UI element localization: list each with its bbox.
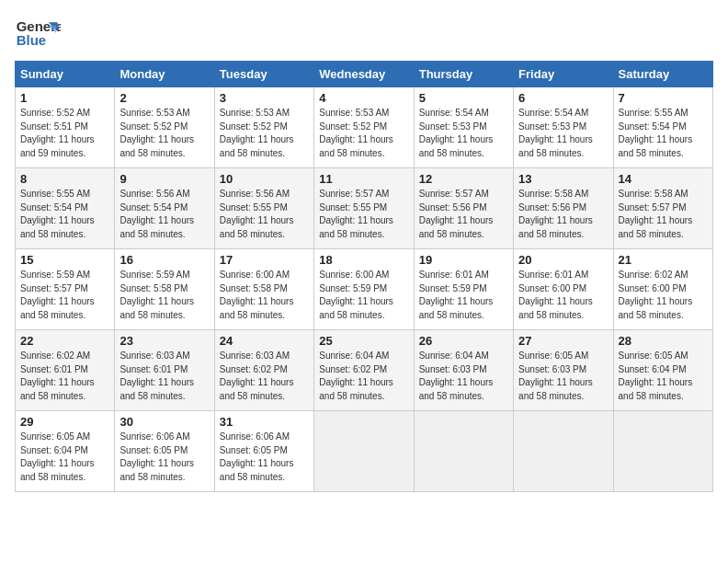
day-info: Sunrise: 5:54 AMSunset: 5:53 PMDaylight:…	[518, 107, 608, 160]
calendar-cell: 26Sunrise: 6:04 AMSunset: 6:03 PMDayligh…	[414, 330, 513, 411]
day-info: Sunrise: 5:53 AMSunset: 5:52 PMDaylight:…	[220, 107, 309, 160]
calendar-week-row: 22Sunrise: 6:02 AMSunset: 6:01 PMDayligh…	[16, 330, 713, 411]
day-number: 5	[419, 91, 508, 105]
day-number: 25	[319, 334, 408, 348]
day-number: 1	[20, 91, 109, 105]
day-header-tuesday: Tuesday	[214, 62, 313, 87]
day-number: 23	[119, 334, 209, 348]
calendar-cell	[514, 411, 613, 492]
day-number: 7	[619, 91, 708, 105]
calendar-cell: 7Sunrise: 5:55 AMSunset: 5:54 PMDaylight…	[613, 87, 712, 168]
calendar-cell: 1Sunrise: 5:52 AMSunset: 5:51 PMDaylight…	[16, 87, 115, 168]
day-header-monday: Monday	[115, 62, 214, 87]
day-info: Sunrise: 6:05 AMSunset: 6:04 PMDaylight:…	[20, 431, 109, 484]
day-number: 29	[20, 415, 109, 429]
day-info: Sunrise: 6:04 AMSunset: 6:03 PMDaylight:…	[419, 350, 508, 403]
calendar-cell: 30Sunrise: 6:06 AMSunset: 6:05 PMDayligh…	[115, 411, 214, 492]
day-info: Sunrise: 5:56 AMSunset: 5:54 PMDaylight:…	[119, 188, 209, 241]
day-info: Sunrise: 6:05 AMSunset: 6:03 PMDaylight:…	[518, 350, 608, 403]
calendar-cell: 18Sunrise: 6:00 AMSunset: 5:59 PMDayligh…	[314, 249, 414, 330]
svg-text:Blue: Blue	[17, 32, 47, 48]
calendar-cell: 6Sunrise: 5:54 AMSunset: 5:53 PMDaylight…	[514, 87, 613, 168]
day-number: 21	[619, 253, 708, 267]
day-info: Sunrise: 6:06 AMSunset: 6:05 PMDaylight:…	[119, 431, 209, 484]
calendar-cell: 22Sunrise: 6:02 AMSunset: 6:01 PMDayligh…	[16, 330, 115, 411]
day-number: 3	[220, 91, 309, 105]
logo: General Blue	[15, 15, 61, 52]
calendar-cell: 19Sunrise: 6:01 AMSunset: 5:59 PMDayligh…	[414, 249, 513, 330]
calendar-header-row: SundayMondayTuesdayWednesdayThursdayFrid…	[16, 62, 713, 87]
day-info: Sunrise: 6:01 AMSunset: 6:00 PMDaylight:…	[518, 269, 608, 322]
day-header-wednesday: Wednesday	[314, 62, 414, 87]
calendar-cell: 5Sunrise: 5:54 AMSunset: 5:53 PMDaylight…	[414, 87, 513, 168]
day-number: 14	[619, 172, 708, 186]
day-number: 17	[220, 253, 309, 267]
day-number: 27	[518, 334, 608, 348]
day-number: 30	[119, 415, 209, 429]
day-number: 4	[319, 91, 408, 105]
calendar-cell: 23Sunrise: 6:03 AMSunset: 6:01 PMDayligh…	[115, 330, 214, 411]
day-number: 6	[518, 91, 608, 105]
day-number: 11	[319, 172, 408, 186]
calendar-cell: 14Sunrise: 5:58 AMSunset: 5:57 PMDayligh…	[613, 168, 712, 249]
calendar-cell: 4Sunrise: 5:53 AMSunset: 5:52 PMDaylight…	[314, 87, 414, 168]
day-info: Sunrise: 5:59 AMSunset: 5:57 PMDaylight:…	[20, 269, 109, 322]
day-info: Sunrise: 5:56 AMSunset: 5:55 PMDaylight:…	[220, 188, 309, 241]
day-info: Sunrise: 6:05 AMSunset: 6:04 PMDaylight:…	[619, 350, 708, 403]
day-info: Sunrise: 5:57 AMSunset: 5:56 PMDaylight:…	[419, 188, 508, 241]
calendar-cell: 24Sunrise: 6:03 AMSunset: 6:02 PMDayligh…	[214, 330, 313, 411]
calendar-cell: 29Sunrise: 6:05 AMSunset: 6:04 PMDayligh…	[16, 411, 115, 492]
day-header-saturday: Saturday	[613, 62, 712, 87]
calendar-cell	[613, 411, 712, 492]
calendar-cell: 3Sunrise: 5:53 AMSunset: 5:52 PMDaylight…	[214, 87, 313, 168]
day-info: Sunrise: 6:03 AMSunset: 6:01 PMDaylight:…	[119, 350, 209, 403]
calendar-cell: 12Sunrise: 5:57 AMSunset: 5:56 PMDayligh…	[414, 168, 513, 249]
calendar-cell: 31Sunrise: 6:06 AMSunset: 6:05 PMDayligh…	[214, 411, 313, 492]
day-number: 22	[20, 334, 109, 348]
day-number: 28	[619, 334, 708, 348]
day-info: Sunrise: 6:00 AMSunset: 5:58 PMDaylight:…	[220, 269, 309, 322]
day-info: Sunrise: 5:54 AMSunset: 5:53 PMDaylight:…	[419, 107, 508, 160]
calendar-cell: 17Sunrise: 6:00 AMSunset: 5:58 PMDayligh…	[214, 249, 313, 330]
calendar-cell: 15Sunrise: 5:59 AMSunset: 5:57 PMDayligh…	[16, 249, 115, 330]
calendar-cell: 27Sunrise: 6:05 AMSunset: 6:03 PMDayligh…	[514, 330, 613, 411]
calendar-cell: 10Sunrise: 5:56 AMSunset: 5:55 PMDayligh…	[214, 168, 313, 249]
day-number: 15	[20, 253, 109, 267]
day-info: Sunrise: 6:00 AMSunset: 5:59 PMDaylight:…	[319, 269, 408, 322]
day-info: Sunrise: 5:53 AMSunset: 5:52 PMDaylight:…	[119, 107, 209, 160]
day-info: Sunrise: 6:02 AMSunset: 6:01 PMDaylight:…	[20, 350, 109, 403]
day-info: Sunrise: 5:58 AMSunset: 5:57 PMDaylight:…	[619, 188, 708, 241]
calendar-week-row: 8Sunrise: 5:55 AMSunset: 5:54 PMDaylight…	[16, 168, 713, 249]
day-number: 12	[419, 172, 508, 186]
day-number: 26	[419, 334, 508, 348]
calendar-cell: 8Sunrise: 5:55 AMSunset: 5:54 PMDaylight…	[16, 168, 115, 249]
day-info: Sunrise: 5:52 AMSunset: 5:51 PMDaylight:…	[20, 107, 109, 160]
calendar-cell: 25Sunrise: 6:04 AMSunset: 6:02 PMDayligh…	[314, 330, 414, 411]
calendar-cell	[314, 411, 414, 492]
day-header-sunday: Sunday	[16, 62, 115, 87]
calendar-cell: 11Sunrise: 5:57 AMSunset: 5:55 PMDayligh…	[314, 168, 414, 249]
calendar-cell: 2Sunrise: 5:53 AMSunset: 5:52 PMDaylight…	[115, 87, 214, 168]
day-number: 2	[119, 91, 209, 105]
calendar-cell: 20Sunrise: 6:01 AMSunset: 6:00 PMDayligh…	[514, 249, 613, 330]
day-info: Sunrise: 6:03 AMSunset: 6:02 PMDaylight:…	[220, 350, 309, 403]
day-info: Sunrise: 6:02 AMSunset: 6:00 PMDaylight:…	[619, 269, 708, 322]
day-number: 31	[220, 415, 309, 429]
page-header: General Blue	[15, 15, 713, 52]
day-number: 10	[220, 172, 309, 186]
day-info: Sunrise: 6:04 AMSunset: 6:02 PMDaylight:…	[319, 350, 408, 403]
logo-icon: General Blue	[15, 15, 61, 52]
calendar-table: SundayMondayTuesdayWednesdayThursdayFrid…	[15, 61, 713, 492]
day-number: 20	[518, 253, 608, 267]
day-number: 18	[319, 253, 408, 267]
calendar-cell: 21Sunrise: 6:02 AMSunset: 6:00 PMDayligh…	[613, 249, 712, 330]
calendar-week-row: 29Sunrise: 6:05 AMSunset: 6:04 PMDayligh…	[16, 411, 713, 492]
day-info: Sunrise: 5:53 AMSunset: 5:52 PMDaylight:…	[319, 107, 408, 160]
day-number: 13	[518, 172, 608, 186]
day-number: 9	[119, 172, 209, 186]
day-info: Sunrise: 5:57 AMSunset: 5:55 PMDaylight:…	[319, 188, 408, 241]
day-info: Sunrise: 6:06 AMSunset: 6:05 PMDaylight:…	[220, 431, 309, 484]
calendar-cell: 9Sunrise: 5:56 AMSunset: 5:54 PMDaylight…	[115, 168, 214, 249]
calendar-week-row: 15Sunrise: 5:59 AMSunset: 5:57 PMDayligh…	[16, 249, 713, 330]
calendar-cell: 16Sunrise: 5:59 AMSunset: 5:58 PMDayligh…	[115, 249, 214, 330]
